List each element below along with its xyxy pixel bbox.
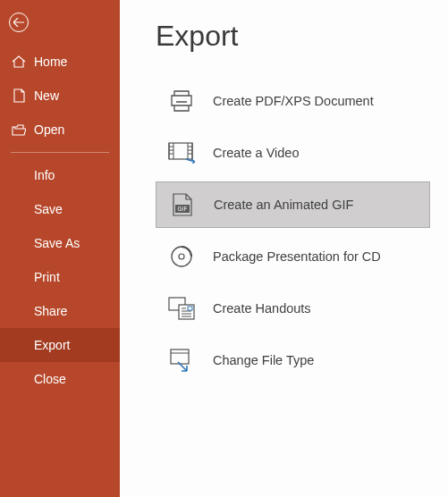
- sidebar-item-open[interactable]: Open: [0, 113, 120, 147]
- export-option-label: Create an Animated GIF: [198, 198, 353, 212]
- sidebar-item-label: Share: [34, 304, 67, 318]
- backstage-sidebar: Home New Open Info Save Save As Print: [0, 0, 120, 497]
- export-option-label: Create PDF/XPS Document: [197, 94, 374, 108]
- sidebar-item-label: Info: [34, 168, 55, 182]
- new-file-icon: [11, 88, 27, 103]
- export-option-package-cd[interactable]: Package Presentation for CD: [156, 233, 430, 280]
- sidebar-item-label: New: [27, 88, 59, 103]
- printer-icon: [166, 89, 197, 113]
- svg-rect-8: [171, 350, 189, 364]
- export-option-video[interactable]: Create a Video: [156, 130, 430, 176]
- change-file-type-icon: [166, 348, 197, 373]
- sidebar-item-save[interactable]: Save: [0, 192, 120, 226]
- sidebar-item-close[interactable]: Close: [0, 362, 120, 396]
- sidebar-item-share[interactable]: Share: [0, 294, 120, 328]
- sidebar-item-label: Close: [34, 372, 66, 386]
- sidebar-primary-nav: Home New Open: [0, 39, 120, 147]
- home-icon: [11, 55, 27, 68]
- export-option-handouts[interactable]: Create Handouts: [156, 285, 430, 332]
- export-option-label: Change File Type: [197, 353, 314, 367]
- sidebar-item-info[interactable]: Info: [0, 158, 120, 192]
- export-option-animated-gif[interactable]: GIF Create an Animated GIF: [156, 181, 430, 228]
- back-arrow-icon: [9, 13, 29, 32]
- export-option-change-file-type[interactable]: Change File Type: [156, 337, 430, 383]
- sidebar-item-save-as[interactable]: Save As: [0, 226, 120, 260]
- sidebar-item-export[interactable]: Export: [0, 328, 120, 362]
- export-option-pdf-xps[interactable]: Create PDF/XPS Document: [156, 78, 430, 124]
- sidebar-item-label: Save As: [34, 236, 80, 250]
- export-option-label: Create a Video: [197, 146, 299, 160]
- sidebar-secondary-nav: Info Save Save As Print Share Export Clo…: [0, 158, 120, 396]
- sidebar-item-home[interactable]: Home: [0, 45, 120, 79]
- page-title: Export: [156, 20, 430, 53]
- svg-point-4: [179, 254, 184, 259]
- sidebar-item-print[interactable]: Print: [0, 260, 120, 294]
- sidebar-item-label: Save: [34, 202, 63, 216]
- back-button[interactable]: [0, 0, 120, 39]
- filmstrip-icon: [166, 142, 197, 164]
- sidebar-item-label: Print: [34, 270, 60, 284]
- disc-icon: [166, 245, 197, 268]
- svg-text:GIF: GIF: [178, 206, 188, 212]
- handouts-icon: [166, 297, 197, 320]
- sidebar-item-label: Home: [27, 55, 67, 69]
- main-panel: Export Create PDF/XPS Document Create a …: [120, 0, 448, 497]
- export-option-label: Package Presentation for CD: [197, 249, 381, 264]
- gif-file-icon: GIF: [167, 192, 198, 217]
- sidebar-item-label: Export: [34, 338, 70, 352]
- export-options-list: Create PDF/XPS Document Create a Video G…: [156, 78, 430, 389]
- folder-open-icon: [11, 124, 27, 136]
- sidebar-item-new[interactable]: New: [0, 79, 120, 113]
- svg-rect-0: [169, 143, 192, 159]
- export-option-label: Create Handouts: [197, 301, 311, 316]
- sidebar-item-label: Open: [27, 122, 64, 137]
- sidebar-divider: [11, 152, 109, 153]
